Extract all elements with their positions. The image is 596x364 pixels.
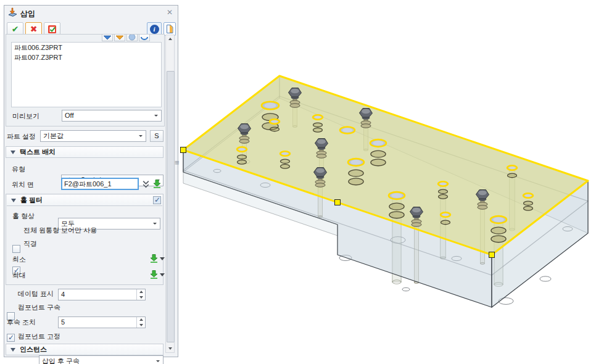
part-settings-value: 기본값 — [43, 132, 64, 139]
section-hole-filter-title: 홀 필터 — [20, 196, 43, 205]
list-tool-icon-2[interactable] — [114, 35, 125, 41]
section-hole-filter[interactable]: 홀 필터 — [7, 195, 162, 206]
help-button[interactable] — [163, 22, 176, 36]
style-button[interactable]: S — [150, 130, 163, 142]
help-page-icon — [165, 24, 174, 34]
preview-dropdown[interactable]: Off — [62, 110, 162, 122]
max-value: 5 — [61, 318, 65, 326]
type-label: 유형 — [12, 165, 25, 173]
min-value: 4 — [61, 291, 65, 298]
fix-component-label: 컴포넌트 고정 — [18, 332, 60, 341]
collapse-triangle-icon — [11, 199, 16, 202]
preview-value: Off — [65, 112, 73, 119]
max-label: 최대 — [12, 271, 26, 279]
full-cylinder-label: 전체 원통형 보어만 사용 — [23, 226, 97, 234]
part-settings-label: 파트 설정 — [7, 132, 36, 141]
preview-label: 미리보기 — [12, 112, 39, 120]
expand-options-icon[interactable] — [142, 180, 150, 189]
min-options-arrow-icon[interactable] — [160, 257, 165, 260]
face-input[interactable]: F2@파트006_1 — [61, 178, 139, 190]
constrain-component-checkbox[interactable] — [7, 334, 15, 342]
followup-label: 후속 조치 — [7, 318, 36, 326]
pick-target-icon[interactable] — [149, 270, 159, 279]
zw3d-window: 삽입 ✕ ✔ ✖ i — [0, 0, 596, 364]
face-value: F2@파트006_1 — [64, 180, 112, 188]
collapse-triangle-icon — [10, 151, 15, 154]
pick-target-icon[interactable] — [152, 179, 162, 189]
part-settings-dropdown[interactable]: 기본값 — [40, 130, 146, 142]
followup-dropdown[interactable]: 삽입 후 구속 — [39, 355, 163, 364]
max-spinbox[interactable]: 5 — [58, 316, 146, 328]
cancel-icon: ✖ — [30, 24, 38, 34]
min-spin-buttons[interactable] — [136, 289, 145, 300]
close-icon[interactable]: ✕ — [167, 8, 173, 17]
component-list[interactable]: 파트006.Z3PRT 파트007.Z3PRT — [11, 42, 162, 107]
diameter-label: 직경 — [23, 239, 37, 248]
section-placement[interactable]: 택스트 배치 — [6, 146, 163, 158]
max-options-arrow-icon[interactable] — [160, 273, 165, 276]
apply-icon — [48, 25, 57, 34]
insert-dialog: 삽입 ✕ ✔ ✖ i — [4, 5, 178, 357]
dialog-titlebar[interactable]: 삽입 ✕ — [4, 6, 178, 20]
max-spin-buttons[interactable] — [136, 317, 145, 328]
dialog-title: 삽입 — [20, 9, 35, 19]
insert-component-icon — [7, 7, 17, 19]
ok-icon: ✔ — [12, 24, 19, 34]
hole-filter-enable-checkbox[interactable] — [153, 196, 161, 204]
pick-target-icon[interactable] — [149, 254, 159, 263]
collapse-triangle-icon — [10, 348, 15, 352]
min-spinbox[interactable]: 4 — [58, 289, 146, 300]
hole-shape-label: 홀 형상 — [12, 212, 35, 220]
viewport-3d[interactable] — [179, 0, 596, 364]
list-item[interactable]: 파트007.Z3PRT — [12, 52, 161, 62]
scroll-up-icon[interactable] — [166, 35, 174, 43]
full-cylinder-checkbox[interactable] — [12, 245, 20, 253]
section-instance-title: 인스턴스 — [20, 345, 47, 354]
list-tool-icon-1[interactable] — [102, 35, 113, 41]
hole-filter-group: 홀 필터 홀 형상 모두 전체 원통형 보어만 사용 직경 최소 4 최대 — [6, 194, 163, 285]
scroll-down-icon[interactable] — [166, 345, 174, 352]
info-icon: i — [150, 25, 159, 34]
list-tool-icon-4[interactable] — [139, 35, 150, 41]
section-instance[interactable]: 인스턴스 — [6, 344, 163, 355]
show-datum-label: 데이텀 표시 — [18, 289, 54, 298]
assembly-3d-view[interactable] — [179, 0, 596, 364]
list-tool-icon-3[interactable] — [126, 35, 138, 41]
constrain-component-label: 컴포넌트 구속 — [18, 303, 60, 312]
followup-value: 삽입 후 구속 — [42, 357, 80, 364]
component-list-group: 파트006.Z3PRT 파트007.Z3PRT 미리보기 Off — [6, 34, 165, 126]
dialog-scrollbar[interactable] — [165, 35, 175, 353]
list-item[interactable]: 파트006.Z3PRT — [12, 43, 161, 52]
panel-resize-grip[interactable]: ≡ — [175, 158, 180, 168]
section-placement-title: 택스트 배치 — [20, 147, 56, 157]
min-label: 최소 — [12, 255, 26, 263]
scrollbar-thumb[interactable] — [167, 71, 175, 342]
face-label: 위치 면 — [12, 180, 34, 189]
